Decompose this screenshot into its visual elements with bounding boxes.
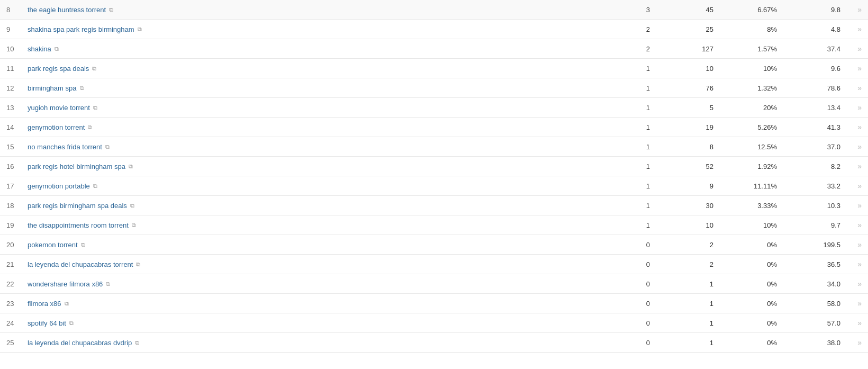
position-cell: 41.3: [783, 118, 847, 137]
clicks-cell: 0: [593, 313, 656, 333]
chevron-cell[interactable]: »: [847, 255, 868, 274]
external-link-icon[interactable]: ⧉: [80, 85, 84, 92]
keyword-link[interactable]: the disappointments room torrent: [28, 221, 129, 229]
external-link-icon[interactable]: ⧉: [135, 339, 139, 346]
external-link-icon[interactable]: ⧉: [93, 104, 97, 111]
chevron-icon: »: [857, 299, 862, 308]
chevron-icon: »: [857, 201, 862, 210]
external-link-icon[interactable]: ⧉: [106, 281, 110, 287]
position-cell: 38.0: [783, 333, 847, 353]
impressions-cell: 52: [656, 157, 720, 176]
keyword-link[interactable]: genymotion torrent: [28, 123, 85, 131]
table-row: 14 genymotion torrent ⧉ 1 19 5.26% 41.3 …: [0, 118, 868, 137]
keyword-cell: birmingham spa ⧉: [21, 78, 593, 98]
external-link-icon[interactable]: ⧉: [65, 300, 69, 307]
chevron-icon: »: [857, 319, 862, 327]
position-cell: 13.4: [783, 98, 847, 118]
chevron-icon: »: [857, 84, 862, 92]
clicks-cell: 0: [593, 294, 656, 313]
chevron-cell[interactable]: »: [847, 333, 868, 353]
row-number: 11: [0, 59, 21, 78]
chevron-cell[interactable]: »: [847, 78, 868, 98]
chevron-cell[interactable]: »: [847, 137, 868, 157]
table-row: 15 no manches frida torrent ⧉ 1 8 12.5% …: [0, 137, 868, 157]
chevron-cell[interactable]: »: [847, 215, 868, 235]
ctr-cell: 3.33%: [720, 196, 783, 215]
keyword-cell: la leyenda del chupacabras torrent ⧉: [21, 255, 593, 274]
position-cell: 78.6: [783, 78, 847, 98]
keyword-link[interactable]: la leyenda del chupacabras torrent: [28, 260, 133, 268]
keyword-link[interactable]: park regis hotel birmingham spa: [28, 163, 125, 170]
keyword-link[interactable]: park regis birmingham spa deals: [28, 202, 127, 210]
chevron-icon: »: [857, 280, 862, 288]
ctr-cell: 1.32%: [720, 78, 783, 98]
clicks-cell: 1: [593, 137, 656, 157]
row-number: 12: [0, 78, 21, 98]
external-link-icon[interactable]: ⧉: [105, 143, 110, 150]
keyword-link[interactable]: yugioh movie torrent: [28, 104, 90, 112]
external-link-icon[interactable]: ⧉: [130, 202, 134, 209]
ctr-cell: 10%: [720, 215, 783, 235]
keyword-cell: the eagle huntress torrent ⧉: [21, 0, 593, 20]
chevron-cell[interactable]: »: [847, 20, 868, 39]
ctr-cell: 20%: [720, 98, 783, 118]
ctr-cell: 10%: [720, 59, 783, 78]
external-link-icon[interactable]: ⧉: [55, 46, 59, 52]
chevron-icon: »: [857, 142, 862, 151]
keyword-link[interactable]: the eagle huntress torrent: [28, 6, 106, 14]
external-link-icon[interactable]: ⧉: [69, 320, 74, 327]
chevron-cell[interactable]: »: [847, 0, 868, 20]
keyword-link[interactable]: genymotion portable: [28, 182, 90, 190]
keyword-link[interactable]: pokemon torrent: [28, 241, 78, 249]
position-cell: 37.0: [783, 137, 847, 157]
chevron-cell[interactable]: »: [847, 157, 868, 176]
external-link-icon[interactable]: ⧉: [93, 183, 97, 190]
keyword-cell: la leyenda del chupacabras dvdrip ⧉: [21, 333, 593, 353]
keyword-link[interactable]: la leyenda del chupacabras dvdrip: [28, 339, 132, 347]
row-number: 25: [0, 333, 21, 353]
chevron-icon: »: [857, 221, 862, 229]
external-link-icon[interactable]: ⧉: [88, 124, 92, 131]
chevron-icon: »: [857, 25, 862, 33]
keyword-link[interactable]: shakina spa park regis birmingham: [28, 25, 134, 33]
clicks-cell: 1: [593, 157, 656, 176]
ctr-cell: 1.92%: [720, 157, 783, 176]
position-cell: 9.6: [783, 59, 847, 78]
chevron-cell[interactable]: »: [847, 235, 868, 255]
impressions-cell: 76: [656, 78, 720, 98]
keyword-cell: genymotion portable ⧉: [21, 176, 593, 196]
chevron-cell[interactable]: »: [847, 39, 868, 59]
impressions-cell: 10: [656, 215, 720, 235]
ctr-cell: 0%: [720, 255, 783, 274]
chevron-cell[interactable]: »: [847, 59, 868, 78]
chevron-cell[interactable]: »: [847, 98, 868, 118]
chevron-cell[interactable]: »: [847, 274, 868, 294]
row-number: 14: [0, 118, 21, 137]
external-link-icon[interactable]: ⧉: [132, 222, 136, 229]
chevron-cell[interactable]: »: [847, 118, 868, 137]
chevron-cell[interactable]: »: [847, 313, 868, 333]
chevron-cell[interactable]: »: [847, 176, 868, 196]
external-link-icon[interactable]: ⧉: [129, 163, 133, 170]
keyword-link[interactable]: wondershare filmora x86: [28, 280, 103, 288]
keyword-link[interactable]: filmora x86: [28, 300, 61, 308]
chevron-icon: »: [857, 44, 862, 53]
clicks-cell: 0: [593, 255, 656, 274]
position-cell: 9.8: [783, 0, 847, 20]
keyword-link[interactable]: spotify 64 bit: [28, 319, 66, 327]
ctr-cell: 0%: [720, 274, 783, 294]
ctr-cell: 12.5%: [720, 137, 783, 157]
external-link-icon[interactable]: ⧉: [109, 6, 113, 13]
keyword-link[interactable]: shakina: [28, 45, 51, 53]
external-link-icon[interactable]: ⧉: [92, 65, 96, 72]
chevron-cell[interactable]: »: [847, 196, 868, 215]
keyword-link[interactable]: park regis spa deals: [28, 65, 89, 73]
chevron-cell[interactable]: »: [847, 294, 868, 313]
external-link-icon[interactable]: ⧉: [138, 26, 142, 33]
keyword-link[interactable]: no manches frida torrent: [28, 143, 102, 151]
clicks-cell: 0: [593, 235, 656, 255]
external-link-icon[interactable]: ⧉: [81, 241, 85, 248]
keyword-link[interactable]: birmingham spa: [28, 84, 77, 92]
external-link-icon[interactable]: ⧉: [136, 261, 140, 268]
chevron-icon: »: [857, 162, 862, 170]
